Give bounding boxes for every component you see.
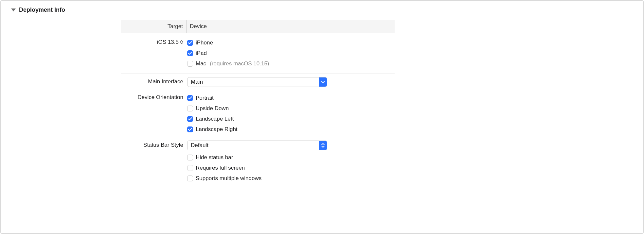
orientation-option-label: Upside Down	[196, 105, 229, 112]
status-option-label: Requires full screen	[196, 165, 245, 171]
main-interface-label: Main Interface	[121, 77, 187, 87]
checkbox-icon[interactable]	[187, 176, 193, 181]
orientation-option-label: Portrait	[196, 95, 214, 101]
main-interface-combobox[interactable]	[187, 77, 327, 87]
disclosure-triangle-icon[interactable]	[11, 8, 16, 11]
device-label: iPhone	[196, 40, 213, 46]
device-checkbox-ipad[interactable]: iPad	[187, 48, 395, 58]
status-option-requires-full-screen[interactable]: Requires full screen	[187, 163, 395, 173]
main-interface-input[interactable]	[188, 77, 319, 87]
checkbox-icon[interactable]	[187, 165, 193, 171]
checkbox-icon[interactable]	[187, 106, 193, 111]
deployment-info-panel: Deployment Info Target Device iOS 13.5	[0, 0, 644, 234]
stepper-icon[interactable]	[180, 40, 183, 44]
status-bar-style-select[interactable]: Default	[187, 141, 327, 150]
deployment-target-stepper[interactable]: iOS 13.5	[157, 39, 183, 45]
checkbox-icon[interactable]	[187, 50, 193, 56]
status-bar-style-label: Status Bar Style	[121, 141, 187, 184]
device-label: Mac	[196, 60, 206, 67]
divider	[121, 74, 395, 74]
device-checkbox-mac[interactable]: Mac (requires macOS 10.15)	[187, 58, 395, 69]
checkbox-icon[interactable]	[187, 40, 193, 46]
column-target: Target	[121, 20, 187, 33]
status-option-label: Supports multiple windows	[196, 175, 261, 182]
section-title: Deployment Info	[19, 7, 65, 13]
checkbox-icon[interactable]	[187, 126, 193, 132]
device-label: iPad	[196, 50, 207, 57]
status-option-supports-multiple-windows[interactable]: Supports multiple windows	[187, 173, 395, 184]
deployment-target-label: iOS 13.5	[157, 39, 179, 45]
chevron-down-icon[interactable]	[319, 77, 327, 87]
orientation-checkbox-landscape-right[interactable]: Landscape Right	[187, 124, 395, 135]
status-option-hide-status-bar[interactable]: Hide status bar	[187, 152, 395, 163]
orientation-option-label: Landscape Right	[196, 126, 238, 133]
checkbox-icon[interactable]	[187, 116, 193, 122]
table-header: Target Device	[121, 20, 395, 33]
status-bar-style-value: Default	[188, 141, 319, 150]
device-checkbox-iphone[interactable]: iPhone	[187, 38, 395, 48]
orientation-option-label: Landscape Left	[196, 116, 234, 122]
orientation-checkbox-upside-down[interactable]: Upside Down	[187, 103, 395, 114]
updown-chevron-icon[interactable]	[319, 141, 327, 150]
column-device: Device	[187, 20, 395, 33]
orientation-checkbox-landscape-left[interactable]: Landscape Left	[187, 114, 395, 124]
checkbox-icon[interactable]	[187, 61, 193, 67]
checkbox-icon[interactable]	[187, 155, 193, 160]
deployment-table: Target Device iOS 13.5 iPho	[121, 20, 395, 184]
status-option-label: Hide status bar	[196, 154, 233, 161]
section-header[interactable]: Deployment Info	[9, 7, 635, 13]
checkbox-icon[interactable]	[187, 95, 193, 101]
orientation-checkbox-portrait[interactable]: Portrait	[187, 93, 395, 103]
device-hint: (requires macOS 10.15)	[210, 60, 269, 67]
device-orientation-label: Device Orientation	[121, 93, 187, 135]
